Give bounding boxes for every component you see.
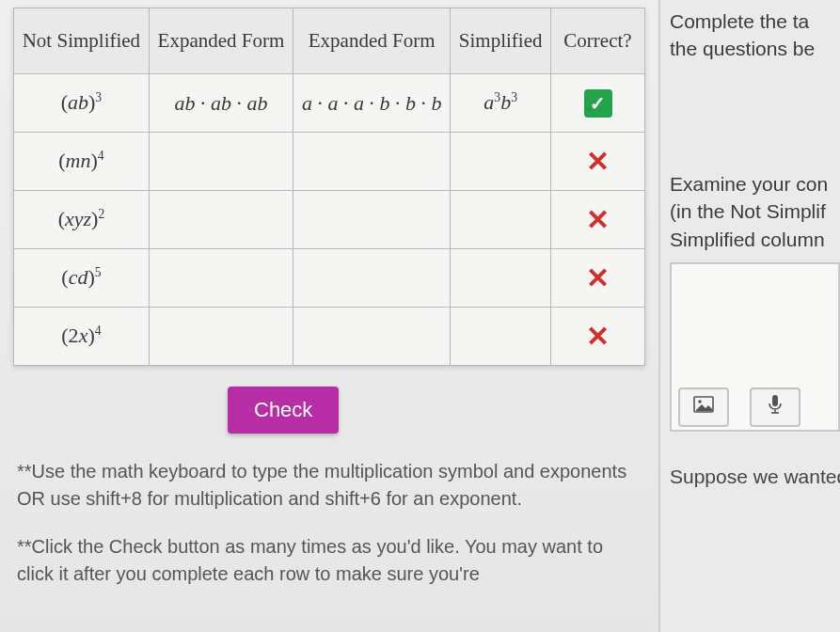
check-icon: ✓	[584, 89, 612, 118]
instr-line-1: Complete the ta the questions be	[670, 8, 840, 63]
instructions-panel: Complete the ta the questions be Examine…	[658, 0, 840, 632]
cell-expanded-1[interactable]	[149, 308, 293, 366]
x-icon: ✕	[586, 262, 610, 293]
instr-text: Simplified column	[670, 229, 825, 250]
cell-simplified[interactable]: a3b3	[451, 74, 551, 133]
instr-line-3: Suppose we wanted to	[670, 466, 840, 488]
cell-expanded-1[interactable]	[149, 191, 293, 249]
voice-input-button[interactable]	[750, 387, 800, 427]
check-button[interactable]: Check	[228, 387, 339, 434]
cell-simplified[interactable]	[451, 191, 551, 249]
col-correct: Correct?	[551, 8, 645, 74]
cell-expanded-1[interactable]: ab · ab · ab	[149, 74, 293, 133]
cell-expanded-2[interactable]	[293, 133, 451, 191]
svg-rect-2	[772, 395, 778, 406]
cell-simplified[interactable]	[451, 308, 551, 366]
x-icon: ✕	[586, 321, 610, 352]
x-icon: ✕	[586, 146, 610, 177]
exponent-table: Not Simplified Expanded Form Expanded Fo…	[13, 8, 645, 366]
cell-not-simplified: (ab)3	[14, 74, 150, 133]
hint-check: **Click the Check button as many times a…	[17, 533, 642, 588]
worksheet-panel: Not Simplified Expanded Form Expanded Fo…	[0, 0, 658, 632]
hint-keyboard: **Use the math keyboard to type the mult…	[17, 458, 642, 513]
cell-correct: ✕	[551, 308, 645, 366]
instr-text: Examine your con	[670, 173, 828, 195]
table-header-row: Not Simplified Expanded Form Expanded Fo…	[14, 8, 645, 74]
cell-not-simplified: (2x)4	[14, 308, 150, 366]
cell-correct: ✕	[551, 191, 645, 249]
col-expanded-1: Expanded Form	[149, 8, 293, 74]
cell-not-simplified: (xyz)2	[14, 191, 150, 249]
x-icon: ✕	[586, 204, 610, 235]
col-expanded-2: Expanded Form	[293, 8, 451, 74]
cell-simplified[interactable]	[451, 133, 551, 191]
cell-expanded-2[interactable]	[293, 191, 451, 249]
cell-correct: ✓	[551, 74, 645, 133]
instr-text: the questions be	[670, 38, 815, 59]
svg-point-1	[698, 401, 702, 404]
cell-expanded-1[interactable]	[149, 249, 293, 308]
table-row: (xyz)2✕	[14, 191, 645, 249]
col-not-simplified: Not Simplified	[14, 8, 150, 74]
cell-expanded-1[interactable]	[149, 133, 293, 191]
instr-text: Complete the ta	[670, 10, 809, 32]
cell-expanded-2[interactable]	[293, 249, 451, 308]
cell-expanded-2[interactable]: a · a · a · b · b · b	[293, 74, 451, 133]
cell-not-simplified: (cd)5	[14, 249, 150, 308]
table-row: (cd)5✕	[14, 249, 645, 308]
instr-line-2: Examine your con (in the Not Simplif Sim…	[670, 170, 840, 253]
instr-text: (in the Not Simplif	[670, 200, 826, 222]
cell-expanded-2[interactable]	[293, 308, 451, 366]
cell-not-simplified: (mn)4	[14, 133, 150, 191]
table-body: (ab)3ab · ab · aba · a · a · b · b · ba3…	[14, 74, 645, 366]
cell-simplified[interactable]	[451, 249, 551, 308]
answer-textarea[interactable]	[670, 262, 840, 432]
cell-correct: ✕	[551, 249, 645, 308]
col-simplified: Simplified	[451, 8, 551, 74]
tool-row	[669, 382, 810, 433]
mic-icon	[768, 394, 783, 419]
image-icon	[693, 396, 714, 418]
table-row: (2x)4✕	[14, 308, 645, 366]
table-row: (ab)3ab · ab · aba · a · a · b · b · ba3…	[14, 74, 645, 133]
cell-correct: ✕	[551, 133, 645, 191]
insert-image-button[interactable]	[678, 387, 729, 427]
table-row: (mn)4✕	[14, 133, 645, 191]
